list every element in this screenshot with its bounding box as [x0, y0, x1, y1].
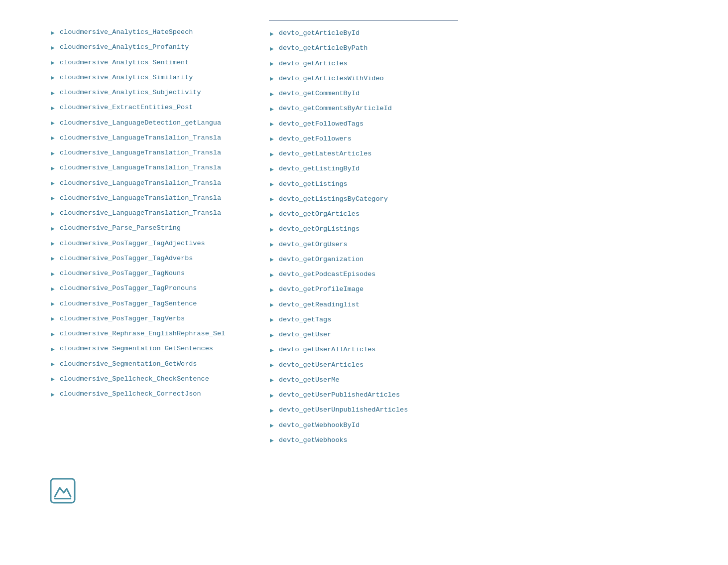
list-item[interactable]: ▶devto_getOrganization [269, 252, 458, 267]
list-item[interactable]: ▶cloudmersive_Rephrase_EnglishRephrase_S… [50, 326, 239, 341]
item-label: cloudmersive_PosTagger_TagAdverbs [60, 254, 193, 264]
item-label: cloudmersive_Spellcheck_CheckSentence [60, 374, 209, 384]
list-item[interactable]: ▶devto_getProfileImage [269, 282, 458, 297]
list-item[interactable]: ▶devto_getListings [269, 177, 458, 192]
item-label: cloudmersive_LanguageDetection_getLangua [60, 118, 221, 128]
list-item[interactable]: ▶devto_getWebhooks [269, 433, 458, 448]
expand-arrow-icon: ▶ [270, 256, 274, 263]
list-item[interactable]: ▶devto_getLatestArticles [269, 146, 458, 161]
expand-arrow-icon: ▶ [270, 195, 274, 203]
item-label: devto_getUserUnpublishedArticles [279, 405, 408, 415]
list-item[interactable]: ▶cloudmersive_LanguageDetection_getLangu… [50, 116, 239, 131]
list-item[interactable]: ▶cloudmersive_Analytics_Profanity [50, 40, 239, 55]
list-item[interactable]: ▶devto_getFollowers [269, 132, 458, 146]
list-item[interactable]: ▶cloudmersive_Analytics_HateSpeech [50, 25, 239, 40]
item-label: cloudmersive_Segmentation_GetWords [60, 359, 197, 369]
expand-arrow-icon: ▶ [51, 375, 55, 383]
list-item[interactable]: ▶devto_getCommentsByArticleId [269, 101, 458, 116]
expand-arrow-icon: ▶ [51, 194, 55, 202]
list-item[interactable]: ▶cloudmersive_ExtractEntities_Post [50, 100, 239, 115]
list-item[interactable]: ▶cloudmersive_PosTagger_TagVerbs [50, 311, 239, 326]
expand-arrow-icon: ▶ [51, 391, 55, 398]
item-label: cloudmersive_Spellcheck_CorrectJson [60, 389, 201, 399]
list-item[interactable]: ▶cloudmersive_Parse_ParseString [50, 221, 239, 236]
list-item[interactable]: ▶cloudmersive_PosTagger_TagNouns [50, 266, 239, 281]
list-item[interactable]: ▶cloudmersive_LanguageTranslation_Transl… [50, 191, 239, 206]
list-item[interactable]: ▶cloudmersive_PosTagger_TagSentence [50, 296, 239, 311]
list-item[interactable]: ▶devto_getTags [269, 312, 458, 327]
item-label: cloudmersive_Analytics_Sentiment [60, 58, 189, 68]
item-label: cloudmersive_LanguageTranslation_Transla [60, 193, 221, 203]
item-label: cloudmersive_LanguageTranslation_Transla [60, 148, 221, 158]
item-label: cloudmersive_Rephrase_EnglishRephrase_Se… [60, 329, 225, 339]
list-item[interactable]: ▶cloudmersive_Analytics_Subjectivity [50, 85, 239, 100]
item-label: devto_getPodcastEpisodes [279, 270, 375, 280]
expand-arrow-icon: ▶ [51, 225, 55, 232]
list-item[interactable]: ▶devto_getWebhookById [269, 418, 458, 433]
list-item[interactable]: ▶devto_getCommentById [269, 86, 458, 101]
list-item[interactable]: ▶devto_getUserMe [269, 373, 458, 388]
list-item[interactable]: ▶cloudmersive_Segmentation_GetSentences [50, 341, 239, 356]
list-item[interactable]: ▶devto_getArticleByPath [269, 41, 458, 56]
list-item[interactable]: ▶cloudmersive_LanguageTranslalion_Transl… [50, 160, 239, 175]
item-label: cloudmersive_Analytics_Profanity [60, 42, 189, 52]
item-label: cloudmersive_LanguageTranslation_Transla [60, 208, 221, 218]
list-item[interactable]: ▶devto_getArticles [269, 56, 458, 71]
item-label: devto_getOrganization [279, 255, 364, 265]
list-item[interactable]: ▶cloudmersive_LanguageTranslalion_Transl… [50, 176, 239, 191]
item-label: devto_getReadinglist [279, 300, 360, 310]
item-label: devto_getArticles [279, 59, 348, 69]
list-item[interactable]: ▶devto_getUserAllArticles [269, 342, 458, 357]
list-item[interactable]: ▶cloudmersive_Spellcheck_CheckSentence [50, 372, 239, 387]
list-item[interactable]: ▶devto_getUserArticles [269, 358, 458, 373]
expand-arrow-icon: ▶ [270, 286, 274, 293]
expand-arrow-icon: ▶ [51, 300, 55, 307]
list-item[interactable]: ▶devto_getUserPublishedArticles [269, 388, 458, 403]
list-item[interactable]: ▶devto_getOrgListings [269, 222, 458, 237]
list-item[interactable]: ▶devto_getOrgUsers [269, 237, 458, 252]
expand-arrow-icon: ▶ [51, 119, 55, 127]
list-item[interactable]: ▶cloudmersive_PosTagger_TagAdverbs [50, 251, 239, 266]
expand-arrow-icon: ▶ [270, 120, 274, 128]
list-item[interactable]: ▶cloudmersive_Spellcheck_CorrectJson [50, 387, 239, 402]
item-label: devto_getArticleById [279, 28, 360, 38]
expand-arrow-icon: ▶ [51, 210, 55, 217]
left-column: ▶cloudmersive_Analytics_HateSpeech▶cloud… [50, 20, 239, 448]
list-item[interactable]: ▶cloudmersive_Analytics_Similarity [50, 70, 239, 85]
item-label: devto_getProfileImage [279, 284, 364, 294]
expand-arrow-icon: ▶ [270, 241, 274, 248]
expand-arrow-icon: ▶ [270, 226, 274, 233]
item-label: devto_getCommentsByArticleId [279, 104, 392, 114]
item-label: devto_getListingsByCategory [279, 194, 388, 204]
expand-arrow-icon: ▶ [270, 407, 274, 414]
item-label: devto_getUserArticles [279, 360, 364, 370]
list-item[interactable]: ▶cloudmersive_Analytics_Sentiment [50, 55, 239, 70]
list-item[interactable]: ▶cloudmersive_LanguageTranslation_Transl… [50, 145, 239, 160]
item-label: devto_getUserPublishedArticles [279, 390, 400, 400]
item-label: devto_getUserMe [279, 375, 340, 385]
list-item[interactable]: ▶devto_getListingById [269, 161, 458, 176]
list-item[interactable]: ▶devto_getUser [269, 327, 458, 342]
list-item[interactable]: ▶devto_getReadinglist [269, 297, 458, 312]
list-item[interactable]: ▶cloudmersive_PosTagger_TagPronouns [50, 281, 239, 296]
list-item[interactable]: ▶devto_getUserUnpublishedArticles [269, 403, 458, 418]
list-item[interactable]: ▶cloudmersive_LanguageTranslation_Transl… [50, 206, 239, 221]
expand-arrow-icon: ▶ [51, 29, 55, 36]
list-item[interactable]: ▶devto_getListingsByCategory [269, 192, 458, 207]
item-label: cloudmersive_PosTagger_TagAdjectives [60, 239, 205, 249]
expand-arrow-icon: ▶ [270, 392, 274, 399]
list-item[interactable]: ▶devto_getFollowedTags [269, 117, 458, 132]
expand-arrow-icon: ▶ [51, 104, 55, 112]
expand-arrow-icon: ▶ [270, 422, 274, 429]
list-item[interactable]: ▶devto_getArticleById [269, 26, 458, 41]
list-item[interactable]: ▶devto_getOrgArticles [269, 207, 458, 222]
list-item[interactable]: ▶devto_getArticlesWithVideo [269, 71, 458, 86]
expand-arrow-icon: ▶ [51, 330, 55, 338]
item-label: cloudmersive_Segmentation_GetSentences [60, 344, 213, 354]
item-label: devto_getOrgListings [279, 224, 360, 234]
list-item[interactable]: ▶cloudmersive_LanguageTranslalion_Transl… [50, 131, 239, 145]
item-label: devto_getOrgArticles [279, 209, 360, 219]
list-item[interactable]: ▶cloudmersive_PosTagger_TagAdjectives [50, 236, 239, 251]
list-item[interactable]: ▶devto_getPodcastEpisodes [269, 267, 458, 282]
list-item[interactable]: ▶cloudmersive_Segmentation_GetWords [50, 357, 239, 372]
